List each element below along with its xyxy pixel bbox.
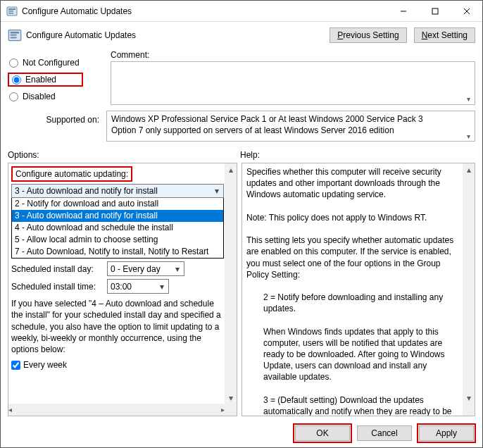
state-and-comment: Not Configured Enabled Disabled Comment:… <box>1 46 482 108</box>
svg-rect-11 <box>11 37 17 39</box>
policy-name: Configure Automatic Updates <box>26 30 136 40</box>
help-p1: Specifies whether this computer will rec… <box>246 166 460 201</box>
chevron-up-icon: ▴ <box>463 163 475 175</box>
dropdown-value: 3 - Auto download and notify for install <box>12 185 211 197</box>
radio-not-configured-label: Not Configured <box>23 58 80 68</box>
install-time-label: Scheduled install time: <box>11 281 101 292</box>
svg-rect-9 <box>11 32 20 34</box>
chevron-down-icon: ▾ <box>467 132 470 141</box>
every-week-checkbox[interactable] <box>11 361 20 370</box>
maximize-button[interactable] <box>419 1 451 21</box>
previous-setting-button[interactable]: Previous Setting <box>330 27 406 43</box>
cancel-button[interactable]: Cancel <box>357 425 412 441</box>
window-title: Configure Automatic Updates <box>22 6 387 16</box>
chevron-right-icon: ▸ <box>221 406 225 413</box>
radio-enabled-highlight: Enabled <box>8 73 83 87</box>
chevron-down-icon: ▾ <box>463 392 475 404</box>
close-button[interactable] <box>451 1 482 21</box>
chevron-down-icon: ▾ <box>467 95 470 103</box>
radio-enabled-label: Enabled <box>25 75 80 85</box>
title-bar: Configure Automatic Updates <box>1 1 482 22</box>
every-week-label: Every week <box>23 359 67 371</box>
dropdown-item[interactable]: 4 - Auto download and schedule the insta… <box>12 222 223 234</box>
svg-rect-3 <box>8 13 13 14</box>
comment-scrollbar[interactable]: ▾ <box>463 62 475 104</box>
policy-header-icon <box>8 28 22 42</box>
chevron-left-icon: ◂ <box>8 406 12 413</box>
supported-scrollbar[interactable]: ▾ <box>463 111 475 141</box>
comment-textarea[interactable]: ▾ <box>111 61 475 105</box>
svg-rect-10 <box>11 35 17 36</box>
chevron-down-icon: ▾ <box>211 185 223 197</box>
chevron-down-icon: ▾ <box>156 281 168 292</box>
configure-updating-label-highlight: Configure automatic updating: <box>11 166 132 182</box>
panels-row: Configure automatic updating: 3 - Auto d… <box>1 161 482 419</box>
svg-rect-1 <box>8 8 15 10</box>
help-v-scrollbar[interactable]: ▴ ▾ <box>463 163 475 416</box>
radio-not-configured-input[interactable] <box>9 58 18 68</box>
ok-button[interactable]: OK <box>295 425 350 441</box>
chevron-up-icon: ▴ <box>225 163 237 175</box>
svg-rect-2 <box>8 11 13 12</box>
options-panel: Configure automatic updating: 3 - Auto d… <box>8 163 237 416</box>
supported-on-row: Supported on: Windows XP Professional Se… <box>1 108 482 146</box>
section-labels: Options: Help: <box>1 146 482 161</box>
radio-disabled[interactable]: Disabled <box>8 88 106 105</box>
dropdown-list[interactable]: 2 - Notify for download and auto install… <box>11 197 224 259</box>
install-day-label: Scheduled install day: <box>11 263 101 275</box>
svg-rect-5 <box>432 8 438 14</box>
window-controls <box>387 1 482 21</box>
chevron-down-icon: ▾ <box>225 392 237 404</box>
help-panel: Specifies whether this computer will rec… <box>242 163 475 416</box>
help-p2: Note: This policy does not apply to Wind… <box>246 212 460 223</box>
help-label: Help: <box>240 150 475 160</box>
apply-button[interactable]: Apply <box>419 425 474 441</box>
policy-icon <box>6 6 18 17</box>
supported-on-text: Windows XP Professional Service Pack 1 o… <box>106 111 475 142</box>
options-h-scrollbar[interactable]: ◂ ▸ <box>8 404 225 416</box>
help-p3: This setting lets you specify whether au… <box>246 235 460 280</box>
dropdown-item[interactable]: 5 - Allow local admin to choose setting <box>12 234 223 246</box>
help-p4: 2 = Notify before downloading and instal… <box>246 292 460 314</box>
dropdown-item-selected[interactable]: 3 - Auto download and notify for install <box>12 210 223 222</box>
options-label: Options: <box>8 150 240 160</box>
chevron-down-icon: ▾ <box>171 263 184 275</box>
radio-not-configured[interactable]: Not Configured <box>8 54 106 71</box>
header: Configure Automatic Updates Previous Set… <box>1 22 482 46</box>
install-day-select[interactable]: 0 - Every day ▾ <box>107 261 184 276</box>
options-paragraph: If you have selected "4 – Auto download … <box>11 298 224 355</box>
dropdown-item[interactable]: 2 - Notify for download and auto install <box>12 198 223 210</box>
supported-on-label: Supported on: <box>8 111 106 125</box>
state-radio-group: Not Configured Enabled Disabled <box>8 50 106 105</box>
radio-disabled-label: Disabled <box>23 92 56 101</box>
install-time-select[interactable]: 03:00 ▾ <box>107 279 169 294</box>
radio-enabled-input[interactable] <box>12 75 21 85</box>
dialog-button-row: OK Cancel Apply <box>1 419 482 447</box>
minimize-button[interactable] <box>387 1 419 21</box>
help-p6: 3 = (Default setting) Download the updat… <box>246 394 460 416</box>
configure-updating-label: Configure automatic updating: <box>15 169 128 179</box>
help-p5: When Windows finds updates that apply to… <box>246 326 460 383</box>
policy-dialog: Configure Automatic Updates Configure Au… <box>0 0 483 448</box>
configure-updating-dropdown[interactable]: 3 - Auto download and notify for install… <box>11 184 224 198</box>
next-setting-button[interactable]: Next Setting <box>414 27 475 43</box>
options-v-scrollbar[interactable]: ▴ ▾ <box>225 163 237 416</box>
radio-disabled-input[interactable] <box>9 92 18 101</box>
comment-label: Comment: <box>111 50 475 60</box>
dropdown-item[interactable]: 7 - Auto Download, Notify to install, No… <box>12 246 223 258</box>
every-week-row[interactable]: Every week <box>11 359 224 371</box>
